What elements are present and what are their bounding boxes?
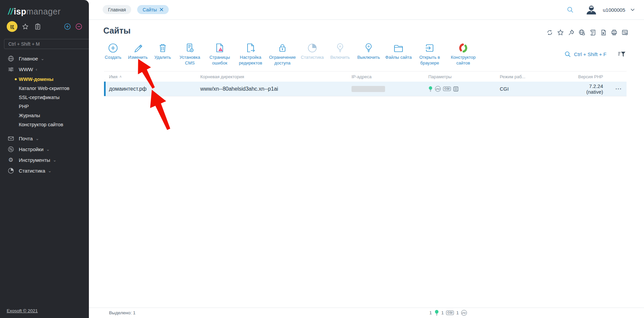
pencil-icon: [133, 42, 143, 54]
site-builder-button[interactable]: Конструктор сайтов: [446, 42, 481, 66]
add-circle-icon[interactable]: [64, 23, 71, 30]
refresh-icon[interactable]: [546, 29, 553, 36]
sidebar-subitem-logs[interactable]: Журналы: [0, 111, 89, 120]
topbar: Главная Сайты u1000005: [89, 0, 644, 20]
sidebar-item-tools[interactable]: ⚙ Инструменты ⌄: [0, 154, 89, 165]
open-in-browser-button[interactable]: Открыть в браузере: [414, 42, 446, 66]
table-header-row: Имя ˄ Корневая директория IP-адреса Пара…: [104, 71, 627, 82]
bulb-on-icon: [434, 310, 439, 316]
sidebar-subitem-php[interactable]: PHP: [0, 102, 89, 111]
username-label[interactable]: u1000005: [603, 7, 625, 13]
column-header-ip[interactable]: IP-адреса: [346, 74, 423, 79]
page-title: Сайты: [103, 26, 130, 36]
breadcrumb-tabs: Главная Сайты: [103, 5, 169, 14]
sidebar-item-label: WWW: [19, 66, 33, 72]
filter-icon[interactable]: [618, 51, 626, 57]
sidebar-item-label: Настройки: [19, 146, 44, 152]
sites-table: Имя ˄ Корневая директория IP-адреса Пара…: [104, 71, 627, 96]
sidebar-item-glavnoe[interactable]: Главное ⌄: [0, 53, 89, 64]
tune-circle-icon: [7, 146, 14, 152]
sidebar-item-mail[interactable]: Почта ⌄: [0, 133, 89, 144]
install-cms-button[interactable]: Установка CMS: [175, 42, 205, 66]
close-tab-icon[interactable]: [160, 8, 163, 11]
cgi-badge-icon: CGI: [443, 87, 451, 91]
active-bullet: [15, 78, 17, 80]
topbar-right: u1000005: [567, 0, 635, 19]
sidebar-item-label: Главное: [19, 56, 38, 61]
site-name-cell: домаинтест.рф: [104, 86, 195, 92]
export-excel-icon[interactable]: [600, 29, 607, 36]
php-version-cell: 7.2.24 (native): [575, 83, 603, 95]
status-bar: Выделено: 1 1 1 CGI 1 php: [89, 308, 644, 318]
sidebar-subitem-web-scripts[interactable]: Каталог Web-скриптов: [0, 84, 89, 93]
sidebar-item-label: Инструменты: [19, 157, 50, 163]
sidebar-item-www[interactable]: WWW ‹: [0, 64, 89, 75]
page-redirect-icon: [246, 42, 255, 54]
column-header-name[interactable]: Имя ˄: [104, 74, 195, 79]
global-search-icon[interactable]: [567, 6, 574, 13]
sidebar-item-statistics[interactable]: Статистика ⌄: [0, 165, 89, 176]
log-scroll-icon[interactable]: [589, 29, 596, 36]
create-button[interactable]: Создать: [101, 42, 125, 60]
chevron-left-icon: ‹: [36, 67, 37, 72]
mail-icon: [7, 135, 14, 142]
disable-button[interactable]: Выключить: [354, 42, 383, 60]
table-search[interactable]: Ctrl + Shift + F: [564, 51, 606, 58]
sidebar-quick-icons: [7, 21, 82, 32]
table-settings-icon[interactable]: [621, 29, 629, 36]
remove-circle-icon[interactable]: [75, 23, 82, 30]
global-link-icon[interactable]: [578, 29, 586, 36]
selected-count-label: Выделено: 1: [109, 310, 136, 315]
globe-icon: [7, 55, 14, 62]
redirects-button[interactable]: Настройка редиректов: [234, 42, 267, 66]
chevron-down-icon: ⌄: [41, 56, 44, 61]
column-header-rootdir[interactable]: Корневая директория: [195, 74, 346, 79]
open-in-browser-icon: [425, 42, 435, 54]
error-pages-button[interactable]: Страницы ошибок: [205, 42, 234, 66]
header-icon-strip: [546, 29, 629, 36]
column-header-mode[interactable]: Режим раб...: [495, 74, 575, 79]
lightbulb-icon: [365, 42, 372, 54]
delete-button[interactable]: Удалить: [151, 42, 175, 60]
menu-tree-icon[interactable]: [7, 21, 17, 32]
sidebar-subitem-site-builder[interactable]: Конструктор сайтов: [0, 120, 89, 129]
gear-icon: ⚙: [7, 156, 14, 163]
plus-circle-icon: [108, 42, 118, 54]
enable-button[interactable]: Включить: [326, 42, 354, 60]
tab-glavnaya[interactable]: Главная: [103, 5, 131, 14]
sidebar-subitem-www-domains[interactable]: WWW-домены: [0, 75, 89, 84]
sidebar-item-label: Статистика: [19, 168, 45, 174]
cms-server-icon: [185, 42, 195, 54]
column-header-php-version[interactable]: Версия PHP: [575, 74, 603, 79]
favorites-star-icon[interactable]: [22, 24, 29, 30]
user-chevron-down-icon[interactable]: [631, 8, 635, 11]
pin-icon[interactable]: [568, 29, 575, 36]
ispmanager-app: //ispmanager Главное: [0, 0, 644, 318]
ip-redacted-blur: [352, 86, 385, 92]
access-limit-button[interactable]: Ограничение доступа: [267, 42, 298, 66]
vendor-copyright-link[interactable]: Exosoft © 2021: [7, 308, 38, 313]
user-avatar-icon[interactable]: [585, 5, 597, 15]
print-icon[interactable]: [610, 29, 618, 36]
tasks-clipboard-icon[interactable]: [35, 24, 41, 30]
logo-slashes: //: [8, 7, 13, 16]
site-files-button[interactable]: Файлы сайта: [383, 42, 414, 60]
sidebar-search-input[interactable]: [4, 39, 93, 49]
chevron-down-icon: ⌄: [48, 168, 52, 173]
edit-button[interactable]: Изменить: [125, 42, 151, 60]
sidebar-item-settings[interactable]: Настройки ⌄: [0, 144, 89, 154]
column-header-params[interactable]: Параметры: [423, 74, 495, 79]
php-badge-icon: php: [435, 86, 441, 92]
search-shortcut-label: Ctrl + Shift + F: [574, 51, 606, 57]
sidebar-subitem-ssl[interactable]: SSL-сертификаты: [0, 93, 89, 102]
chevron-down-icon: ⌄: [36, 136, 39, 141]
favorites-star-icon[interactable]: [557, 29, 564, 36]
row-menu-ellipsis[interactable]: ···: [603, 86, 627, 92]
sidebar-item-label: Почта: [19, 136, 33, 141]
folder-icon: [393, 42, 404, 54]
root-dir-cell: www/xn--80ahelsid3ahc.xn--p1ai: [195, 86, 346, 92]
pie-chart-icon: [307, 42, 317, 54]
statistics-button[interactable]: Статистика: [298, 42, 326, 60]
tab-sajty[interactable]: Сайты: [137, 5, 168, 14]
table-row-selected[interactable]: домаинтест.рф www/xn--80ahelsid3ahc.xn--…: [104, 82, 627, 96]
